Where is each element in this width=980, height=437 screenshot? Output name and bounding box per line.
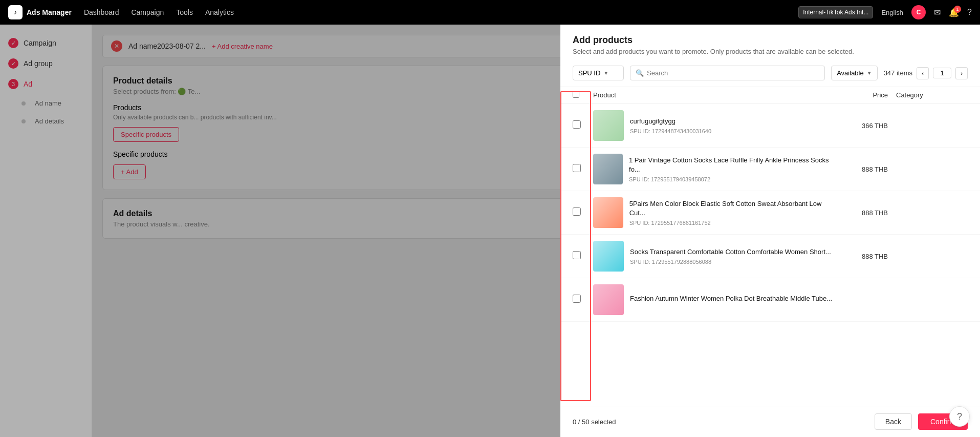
nav-right: Internal-TikTok Ads Int... English C ✉ 🔔…	[798, 5, 972, 19]
search-icon: 🔍	[636, 69, 644, 77]
row-5-product-cell: Fashion Autumn Winter Women Polka Dot Br…	[593, 284, 835, 315]
row-1-checkbox[interactable]	[573, 120, 581, 129]
chevron-down-icon-available: ▼	[867, 70, 872, 76]
nav-links: Dashboard Campaign Tools Analytics	[84, 6, 786, 18]
table-row: Fashion Autumn Winter Women Polka Dot Br…	[560, 278, 980, 322]
notification-badge: 1	[954, 6, 961, 13]
row-2-product-name: 1 Pair Vintage Cotton Socks Lace Ruffle …	[629, 156, 835, 174]
row-4-price: 888 THB	[835, 253, 896, 260]
row-5-product-name: Fashion Autumn Winter Women Polka Dot Br…	[630, 294, 832, 303]
row-1-product-image	[593, 110, 624, 141]
selected-count: 0 / 50 selected	[573, 418, 616, 426]
row-2-price: 888 THB	[835, 165, 896, 173]
language-selector[interactable]: English	[881, 7, 903, 18]
modal-title: Add products	[573, 35, 968, 46]
row-1-product-info: curfugugifgtygg SPU ID: 1729448743430031…	[624, 117, 711, 134]
modal-footer: 0 / 50 selected Back Confirm	[560, 406, 980, 437]
search-input-wrap: 🔍	[630, 66, 825, 80]
modal-back-button[interactable]: Back	[875, 413, 912, 430]
row-2-checkbox[interactable]	[573, 164, 581, 172]
avatar[interactable]: C	[911, 5, 926, 19]
row-1-spu-id: SPU ID: 1729448743430031640	[630, 128, 711, 134]
row-2-checkbox-cell[interactable]	[573, 164, 593, 174]
notification-icon[interactable]: 🔔 1	[949, 8, 959, 17]
chevron-down-icon: ▼	[603, 70, 608, 76]
product-column-header: Product	[593, 91, 835, 99]
page-number-input[interactable]	[933, 68, 951, 78]
tiktok-icon: ♪	[8, 5, 23, 19]
row-2-product-cell: 1 Pair Vintage Cotton Socks Lace Ruffle …	[593, 154, 835, 184]
modal-toolbar: SPU ID ▼ 🔍 Available ▼ 347 items ‹ ›	[560, 59, 980, 87]
account-selector[interactable]: Internal-TikTok Ads Int...	[798, 6, 873, 18]
row-5-product-image	[593, 284, 624, 315]
row-3-checkbox-cell[interactable]	[573, 207, 593, 218]
row-4-checkbox[interactable]	[573, 251, 581, 259]
modal-overlay: Add products Select and add products you…	[0, 25, 980, 437]
category-column-header: Category	[896, 91, 968, 99]
row-4-product-name: Socks Transparent Comfortable Cotton Com…	[630, 247, 831, 257]
row-3-product-cell: 5Pairs Men Color Block Elastic Soft Cott…	[593, 197, 835, 228]
row-3-product-info: 5Pairs Men Color Block Elastic Soft Cott…	[623, 199, 835, 226]
add-products-modal: Add products Select and add products you…	[560, 25, 980, 437]
row-4-product-info: Socks Transparent Comfortable Cotton Com…	[624, 247, 831, 265]
select-all-checkbox[interactable]	[573, 91, 579, 98]
row-3-checkbox[interactable]	[573, 207, 581, 216]
row-1-product-cell: curfugugifgtygg SPU ID: 1729448743430031…	[593, 110, 835, 141]
table-row: 5Pairs Men Color Block Elastic Soft Cott…	[560, 191, 980, 235]
help-icon[interactable]: ?	[967, 8, 972, 17]
available-dropdown[interactable]: Available ▼	[831, 66, 877, 80]
row-2-product-image	[593, 154, 623, 184]
table-row: 1 Pair Vintage Cotton Socks Lace Ruffle …	[560, 148, 980, 191]
mail-icon[interactable]: ✉	[934, 8, 941, 17]
row-1-product-name: curfugugifgtygg	[630, 117, 711, 126]
modal-header: Add products Select and add products you…	[560, 25, 980, 59]
brand-name: Ads Manager	[27, 8, 72, 16]
table-row: curfugugifgtygg SPU ID: 1729448743430031…	[560, 104, 980, 148]
items-count-label: 347 items	[884, 69, 912, 77]
nav-campaign[interactable]: Campaign	[131, 6, 164, 18]
row-1-price: 366 THB	[835, 122, 896, 130]
next-page-button[interactable]: ›	[955, 67, 968, 79]
row-4-product-image	[593, 241, 624, 272]
row-3-product-name: 5Pairs Men Color Block Elastic Soft Cott…	[629, 199, 835, 218]
spu-label: SPU ID	[578, 69, 600, 77]
row-3-spu-id: SPU ID: 1729551776861161752	[629, 220, 835, 226]
row-4-checkbox-cell[interactable]	[573, 251, 593, 261]
row-1-checkbox-cell[interactable]	[573, 120, 593, 131]
modal-subtitle: Select and add products you want to prom…	[573, 48, 968, 55]
checkbox-all-header[interactable]	[573, 91, 593, 99]
row-5-product-info: Fashion Autumn Winter Women Polka Dot Br…	[624, 294, 832, 305]
row-5-checkbox-cell[interactable]	[573, 295, 593, 305]
row-3-product-image	[593, 197, 623, 228]
brand-logo[interactable]: ♪ Ads Manager	[8, 5, 72, 19]
row-4-product-cell: Socks Transparent Comfortable Cotton Com…	[593, 241, 835, 272]
search-input[interactable]	[647, 69, 819, 77]
row-2-product-info: 1 Pair Vintage Cotton Socks Lace Ruffle …	[623, 156, 835, 182]
row-2-spu-id: SPU ID: 1729551794039458072	[629, 176, 835, 182]
nav-dashboard[interactable]: Dashboard	[84, 6, 119, 18]
prev-page-button[interactable]: ‹	[917, 67, 929, 79]
row-3-price: 888 THB	[835, 209, 896, 217]
top-navigation: ♪ Ads Manager Dashboard Campaign Tools A…	[0, 0, 980, 25]
help-button[interactable]: ?	[949, 406, 970, 427]
spu-dropdown[interactable]: SPU ID ▼	[573, 66, 624, 80]
nav-tools[interactable]: Tools	[176, 6, 193, 18]
modal-body: curfugugifgtygg SPU ID: 1729448743430031…	[560, 104, 980, 406]
table-header: Product Price Category	[560, 87, 980, 104]
price-column-header: Price	[835, 91, 896, 99]
table-row: Socks Transparent Comfortable Cotton Com…	[560, 235, 980, 278]
available-label: Available	[837, 69, 864, 77]
items-count-area: 347 items ‹ ›	[884, 67, 968, 79]
row-4-spu-id: SPU ID: 1729551792888056088	[630, 259, 831, 265]
row-5-checkbox[interactable]	[573, 295, 581, 303]
nav-analytics[interactable]: Analytics	[205, 6, 234, 18]
